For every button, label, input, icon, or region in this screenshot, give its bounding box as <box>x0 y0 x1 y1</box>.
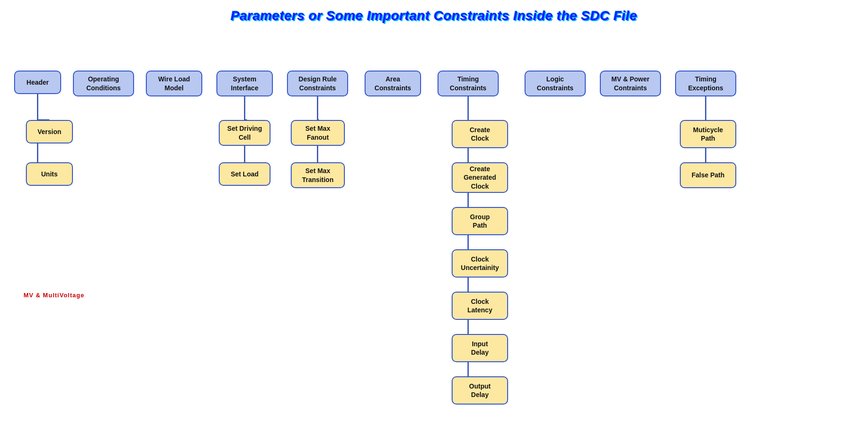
timing-node: TimingConstraints <box>438 71 499 96</box>
units-node: Units <box>26 162 73 186</box>
watermark: MV & MultiVoltage <box>24 292 84 299</box>
version-node: Version <box>26 120 73 143</box>
falsepath-node: False Path <box>680 162 736 188</box>
wireload-node: Wire LoadModel <box>146 71 202 96</box>
createdgen-node: CreateGeneratedClock <box>452 162 508 193</box>
maxfanout-node: Set MaxFanout <box>291 120 345 146</box>
page-title: Parameters or Some Important Constraints… <box>0 0 868 28</box>
clocklatency-node: ClockLatency <box>452 292 508 320</box>
area-node: AreaConstraints <box>365 71 421 96</box>
system-node: SystemInterface <box>216 71 273 96</box>
mvpower-node: MV & PowerContraints <box>600 71 661 96</box>
timingexc-node: TimingExceptions <box>675 71 736 96</box>
logic-node: LogicConstraints <box>525 71 586 96</box>
designrule-node: Design RuleConstraints <box>287 71 348 96</box>
inputdelay-node: InputDelay <box>452 334 508 362</box>
operating-node: OperatingConditions <box>73 71 134 96</box>
setload-node: Set Load <box>219 162 271 186</box>
grouppath-node: GroupPath <box>452 207 508 235</box>
multicycle-node: MuticyclePath <box>680 120 736 148</box>
outputdelay-node: OutputDelay <box>452 376 508 405</box>
header-node: Header <box>14 71 61 94</box>
createclock-node: CreateClock <box>452 120 508 148</box>
clockuncert-node: ClockUncertainity <box>452 249 508 278</box>
maxtransition-node: Set MaxTransition <box>291 162 345 188</box>
driving-node: Set DrivingCell <box>219 120 271 146</box>
